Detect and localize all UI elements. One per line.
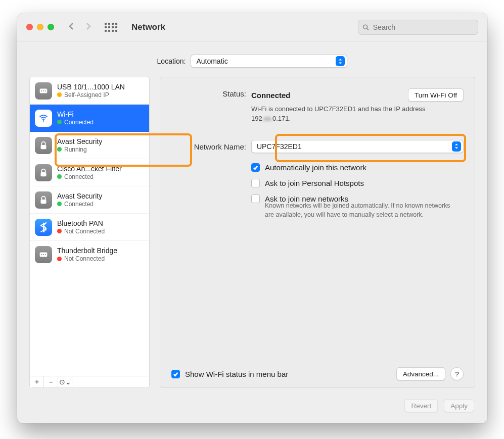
svg-point-11 <box>41 254 42 255</box>
revert-button[interactable]: Revert <box>404 399 438 412</box>
forward-button[interactable] <box>84 22 93 32</box>
status-dot-icon <box>57 147 62 152</box>
auto-join-checkbox[interactable]: Automatically join this network <box>251 163 464 172</box>
status-dot-icon <box>57 174 62 179</box>
minimize-window-button[interactable] <box>37 24 43 30</box>
interface-list-footer: ＋ − ⊙⌄ <box>29 376 150 388</box>
detail-panel: Status: Connected Turn Wi-Fi Off Wi-Fi i… <box>160 77 475 388</box>
interface-name: Wi-Fi <box>57 110 94 119</box>
status-dot-icon <box>57 202 62 206</box>
interface-status: Connected <box>64 173 94 180</box>
show-menu-label: Show Wi-Fi status in menu bar <box>185 370 288 378</box>
interface-row-thunderbolt-bridge[interactable]: Thunderbolt Bridge Not Connected <box>30 241 149 268</box>
svg-rect-8 <box>41 172 47 176</box>
interface-row-wifi[interactable]: Wi-Fi Connected <box>30 105 149 132</box>
back-button[interactable] <box>67 22 75 32</box>
ask-new-networks-hint: Known networks will be joined automatica… <box>265 201 452 219</box>
ask-hotspot-checkbox[interactable]: Ask to join Personal Hotspots <box>251 179 464 187</box>
status-dot-icon <box>57 92 62 97</box>
interface-actions-button[interactable]: ⊙⌄ <box>58 376 72 387</box>
lock-icon <box>35 164 52 181</box>
svg-rect-7 <box>41 145 47 149</box>
search-field[interactable] <box>358 20 478 35</box>
apply-button[interactable]: Apply <box>444 399 474 412</box>
interface-name: Cisco An...cket Filter <box>57 165 122 173</box>
window-footer: Revert Apply <box>17 395 487 423</box>
svg-point-13 <box>45 254 46 255</box>
checkbox-icon <box>251 179 260 187</box>
interface-name: Thunderbolt Bridge <box>57 247 117 255</box>
interface-name: Bluetooth PAN <box>57 219 105 228</box>
interface-row-avast-security-1[interactable]: Avast Security Running <box>30 132 149 159</box>
interface-status: Connected <box>64 119 94 126</box>
interface-status: Running <box>64 146 87 153</box>
wifi-toggle-button[interactable]: Turn Wi-Fi Off <box>408 88 464 102</box>
interface-status: Not Connected <box>64 255 105 262</box>
checkbox-icon <box>251 194 260 203</box>
interface-row-bluetooth-pan[interactable]: Bluetooth PAN Not Connected <box>30 214 149 241</box>
interface-sidebar: USB 10/1...1000 LAN Self-Assigned IP Wi-… <box>29 77 150 388</box>
bluetooth-icon <box>35 219 52 236</box>
svg-point-6 <box>43 120 44 122</box>
location-select[interactable]: Automatic <box>191 55 347 68</box>
close-window-button[interactable] <box>26 24 33 30</box>
window-title: Network <box>131 22 165 32</box>
window-titlebar: Network <box>17 13 487 41</box>
wifi-icon <box>35 110 52 127</box>
redacted-ip-part: .xx. <box>262 114 272 124</box>
interface-name: Avast Security <box>57 192 102 201</box>
interface-row-cisco[interactable]: Cisco An...cket Filter Connected <box>30 159 149 186</box>
svg-point-3 <box>43 90 44 91</box>
network-name-select[interactable]: UPC7F32ED1 <box>251 140 464 153</box>
zoom-window-button[interactable] <box>48 24 54 30</box>
help-button[interactable]: ? <box>450 367 464 380</box>
select-stepper-icon <box>336 56 345 66</box>
network-preferences-window: Network Location: Automatic US <box>17 13 487 423</box>
status-label: Status: <box>171 88 246 98</box>
interface-status: Not Connected <box>64 228 105 235</box>
checkbox-icon <box>251 163 260 172</box>
select-stepper-icon <box>452 141 461 152</box>
svg-rect-9 <box>41 200 47 204</box>
status-dot-icon <box>57 229 62 233</box>
interface-list[interactable]: USB 10/1...1000 LAN Self-Assigned IP Wi-… <box>29 77 150 376</box>
ethernet-icon <box>35 246 52 263</box>
interface-status: Self-Assigned IP <box>64 91 109 99</box>
ethernet-icon <box>35 82 52 100</box>
traffic-lights <box>26 24 54 30</box>
status-dot-icon <box>57 120 62 124</box>
show-menu-checkbox[interactable] <box>171 370 180 378</box>
status-dot-icon <box>57 257 62 261</box>
location-row: Location: Automatic <box>17 41 487 77</box>
advanced-button[interactable]: Advanced... <box>396 367 445 380</box>
network-name-value: UPC7F32ED1 <box>257 142 452 151</box>
location-label: Location: <box>157 57 186 65</box>
svg-point-2 <box>41 90 42 91</box>
interface-name: Avast Security <box>57 137 102 146</box>
interface-row-avast-security-2[interactable]: Avast Security Connected <box>30 186 149 214</box>
lock-icon <box>35 191 52 209</box>
location-value: Automatic <box>196 57 336 65</box>
status-description: Wi-Fi is connected to UPC7F32ED1 and has… <box>251 105 433 124</box>
interface-row-usb-lan[interactable]: USB 10/1...1000 LAN Self-Assigned IP <box>30 77 149 105</box>
svg-point-4 <box>45 90 46 91</box>
lock-icon <box>35 137 52 154</box>
search-icon <box>362 24 369 31</box>
interface-status: Connected <box>64 201 94 208</box>
status-value: Connected <box>251 91 291 100</box>
network-name-label: Network Name: <box>171 141 246 151</box>
svg-point-12 <box>43 254 44 255</box>
interface-name: USB 10/1...1000 LAN <box>57 83 125 91</box>
search-input[interactable] <box>372 23 474 32</box>
remove-interface-button[interactable]: − <box>44 376 58 387</box>
svg-point-0 <box>363 25 368 29</box>
add-interface-button[interactable]: ＋ <box>30 376 44 387</box>
show-all-preferences-button[interactable] <box>105 23 117 32</box>
